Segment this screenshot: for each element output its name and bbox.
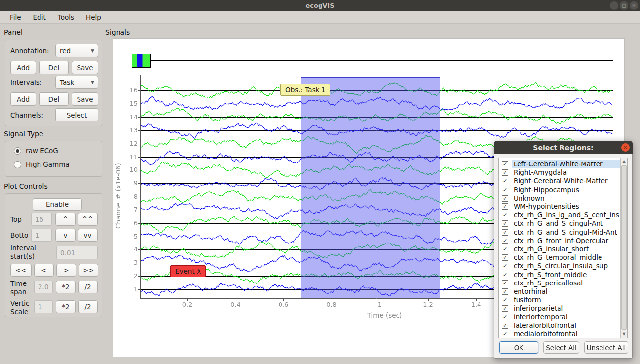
minimize-icon[interactable]: – xyxy=(610,1,618,10)
y-tick-label: 10 xyxy=(123,166,138,173)
menu-help[interactable]: Help xyxy=(81,12,106,22)
checkbox-checked-icon[interactable]: ✓ xyxy=(502,323,508,329)
region-row[interactable]: ✓ lateralorbitofrontal xyxy=(499,322,621,330)
checkbox-checked-icon[interactable]: ✓ xyxy=(502,212,508,218)
scale-div2-button[interactable]: /2 xyxy=(78,300,98,313)
region-row[interactable]: ✓ ctx_rh_G_front_inf-Opercular xyxy=(499,237,621,245)
region-row[interactable]: ✓ ctx_rh_G_insular_short xyxy=(499,245,621,253)
bottom-downdown-button[interactable]: vv xyxy=(78,229,98,242)
scroll-down-icon[interactable]: ▼ xyxy=(621,331,627,338)
region-row[interactable]: ✓ entorhinal xyxy=(499,287,621,296)
annotation-value: red xyxy=(60,47,71,55)
checkbox-checked-icon[interactable]: ✓ xyxy=(502,220,508,227)
region-label: ctx_rh_G_front_inf-Opercular xyxy=(512,237,621,245)
menu-edit[interactable]: Edit xyxy=(28,12,51,22)
top-input[interactable]: 16 xyxy=(31,213,52,226)
top-up-button[interactable]: ^ xyxy=(55,213,76,226)
bottom-down-button[interactable]: v xyxy=(55,229,76,242)
intervals-del-button[interactable]: Del xyxy=(39,92,69,106)
checkbox-checked-icon[interactable]: ✓ xyxy=(502,169,508,176)
region-label: ctx_rh_G_insular_short xyxy=(512,245,621,253)
annotation-add-button[interactable]: Add xyxy=(10,61,36,74)
region-row[interactable]: ✓ Right-Cerebral-White-Matter xyxy=(499,177,621,185)
bottom-input[interactable]: 1 xyxy=(31,229,52,242)
region-row[interactable]: ✓ Right-Amygdala xyxy=(499,168,621,177)
time-span-input[interactable]: 2.0 xyxy=(34,281,53,293)
nav-last-button[interactable]: >> xyxy=(79,264,98,277)
window-titlebar[interactable]: ecogVIS – ◻ ✕ xyxy=(0,0,640,11)
select-all-button[interactable]: Select All xyxy=(543,341,579,354)
checkbox-checked-icon[interactable]: ✓ xyxy=(502,161,508,167)
time-div2-button[interactable]: /2 xyxy=(78,281,98,293)
region-row[interactable]: ✓ ctx_rh_G_Ins_lg_and_S_cent_ins xyxy=(499,211,621,219)
region-row[interactable]: ✓ inferiorparietal xyxy=(499,304,621,313)
nav-first-button[interactable]: << xyxy=(10,264,32,277)
region-label: inferiortemporal xyxy=(512,313,621,321)
dialog-titlebar[interactable]: Select Regions: ✕ xyxy=(494,141,633,154)
region-row[interactable]: ✓ ctx_rh_G_temporal_middle xyxy=(499,253,621,262)
checkbox-checked-icon[interactable]: ✓ xyxy=(502,272,508,278)
region-row[interactable]: ✓ ctx_rh_S_circular_insula_sup xyxy=(499,262,621,270)
checkbox-checked-icon[interactable]: ✓ xyxy=(502,254,508,261)
event-marker-label[interactable]: Event X xyxy=(170,265,206,277)
checkbox-checked-icon[interactable]: ✓ xyxy=(502,314,508,320)
checkbox-checked-icon[interactable]: ✓ xyxy=(502,178,508,184)
region-row[interactable]: ✓ ctx_rh_S_front_middle xyxy=(499,270,621,279)
enable-button[interactable]: Enable xyxy=(33,198,82,211)
list-scrollbar[interactable]: ▲ ▼ xyxy=(620,158,627,338)
menu-tools[interactable]: Tools xyxy=(53,12,79,22)
scroll-thumb[interactable] xyxy=(621,165,627,330)
region-row[interactable]: ✓ medialorbitofrontal xyxy=(499,330,621,338)
checkbox-checked-icon[interactable]: ✓ xyxy=(502,280,508,286)
checkbox-checked-icon[interactable]: ✓ xyxy=(502,288,508,295)
intervals-add-button[interactable]: Add xyxy=(10,92,36,106)
checkbox-checked-icon[interactable]: ✓ xyxy=(502,305,508,312)
annotation-save-button[interactable]: Save xyxy=(72,61,98,74)
region-row[interactable]: ✓ inferiortemporal xyxy=(499,313,621,321)
y-tick-label: 3 xyxy=(123,259,138,266)
annotation-del-button[interactable]: Del xyxy=(39,61,69,74)
ok-button[interactable]: OK xyxy=(499,341,538,354)
region-row[interactable]: ✓ Left-Cerebral-White-Matter xyxy=(499,160,621,168)
region-row[interactable]: ✓ ctx_rh_S_pericallosal xyxy=(499,279,621,287)
nav-next-button[interactable]: > xyxy=(56,264,76,277)
region-label: lateralorbitofrontal xyxy=(512,322,621,330)
checkbox-checked-icon[interactable]: ✓ xyxy=(502,229,508,236)
intervals-combobox[interactable]: Task ▼ xyxy=(55,76,98,89)
checkbox-checked-icon[interactable]: ✓ xyxy=(502,297,508,303)
region-row[interactable]: ✓ fusiform xyxy=(499,296,621,304)
nav-prev-button[interactable]: < xyxy=(34,264,54,277)
annotation-combobox[interactable]: red ▼ xyxy=(55,44,98,57)
close-icon[interactable]: ✕ xyxy=(630,1,638,10)
radio-high-gamma[interactable]: High Gamma xyxy=(14,161,70,168)
region-row[interactable]: ✓ ctx_rh_G_and_S_cingul-Ant xyxy=(499,219,621,228)
dialog-close-icon[interactable]: ✕ xyxy=(621,143,630,152)
checkbox-checked-icon[interactable]: ✓ xyxy=(502,331,508,337)
time-x2-button[interactable]: *2 xyxy=(56,281,76,293)
checkbox-checked-icon[interactable]: ✓ xyxy=(502,263,508,269)
checkbox-checked-icon[interactable]: ✓ xyxy=(502,238,508,244)
intervals-save-button[interactable]: Save xyxy=(72,92,98,106)
region-row[interactable]: ✓ Unknown xyxy=(499,194,621,202)
menu-file[interactable]: File xyxy=(5,12,26,22)
scroll-up-icon[interactable]: ▲ xyxy=(621,158,627,165)
top-upup-button[interactable]: ^^ xyxy=(78,213,98,226)
checkbox-checked-icon[interactable]: ✓ xyxy=(502,187,508,193)
region-label: ctx_rh_G_and_S_cingul-Ant xyxy=(512,219,621,228)
region-row[interactable]: ✓ WM-hypointensities xyxy=(499,202,621,211)
interval-start-input[interactable]: 0.01 xyxy=(56,246,98,259)
radio-raw-ecog[interactable]: raw ECoG xyxy=(14,147,58,155)
region-row[interactable]: ✓ Right-Hippocampus xyxy=(499,186,621,194)
region-row[interactable]: ✓ ctx_rh_G_and_S_cingul-Mid-Ant xyxy=(499,228,621,237)
checkbox-checked-icon[interactable]: ✓ xyxy=(502,246,508,252)
maximize-icon[interactable]: ◻ xyxy=(620,1,628,10)
scale-x2-button[interactable]: *2 xyxy=(56,300,76,313)
checkbox-checked-icon[interactable]: ✓ xyxy=(502,203,508,210)
vertical-scale-input[interactable]: 1 xyxy=(34,300,53,313)
region-list[interactable]: ✓ Left-Cerebral-White-Matter ✓ Right-Amy… xyxy=(498,158,628,338)
y-axis-title: Channel # (x1e-06) xyxy=(114,159,123,233)
channels-select-button[interactable]: Select xyxy=(55,108,98,121)
annotation-label: Annotation: xyxy=(10,47,49,55)
unselect-all-button[interactable]: Unselect All xyxy=(584,341,628,354)
checkbox-checked-icon[interactable]: ✓ xyxy=(502,195,508,202)
